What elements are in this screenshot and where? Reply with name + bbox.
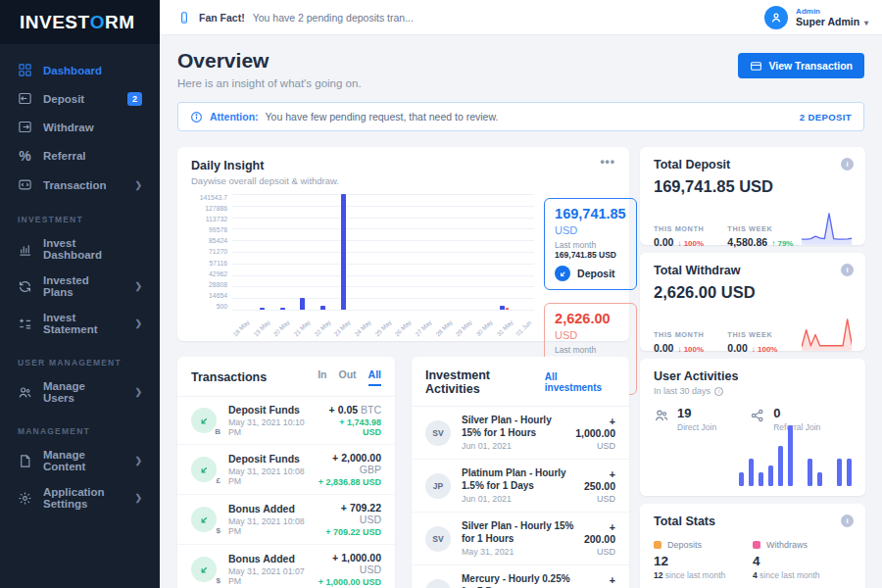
transaction-converted-amount: + 2,836.88 USD bbox=[314, 477, 381, 487]
daily-insight-title: Daily Insight bbox=[191, 159, 339, 172]
plan-title: Platinum Plan - Hourly 1.5% for 1 Days bbox=[462, 467, 578, 492]
transaction-row: B Deposit Funds May 31, 2021 10:10 PM + … bbox=[177, 397, 395, 445]
sidebar-item-manage-content[interactable]: Manage Content❯ bbox=[0, 442, 160, 479]
x-tick-label: 18 May bbox=[232, 313, 253, 332]
view-transaction-button[interactable]: View Transaction bbox=[738, 53, 864, 78]
bar-deposit bbox=[260, 308, 265, 310]
withdraw-currency: USD bbox=[555, 329, 577, 341]
this-month-label: THIS MONTH bbox=[654, 224, 727, 233]
bar-slot bbox=[433, 194, 454, 310]
chevron-right-icon: ❯ bbox=[134, 456, 142, 466]
more-options-icon[interactable]: ••• bbox=[600, 159, 615, 186]
arrow-down-left-icon bbox=[191, 507, 217, 532]
alert-deposit-badge[interactable]: 2 DEPOSIT bbox=[800, 112, 852, 122]
activity-bar bbox=[768, 466, 773, 486]
sidebar-item-withdraw[interactable]: Withdraw bbox=[0, 113, 160, 141]
deposit-summary-box: 169,741.85 USD Last month 169,741.85 USD… bbox=[544, 198, 637, 290]
this-week-value: 0.00 bbox=[727, 342, 747, 354]
sidebar-item-transaction[interactable]: Transaction❯ bbox=[0, 171, 160, 199]
referral-join-value: 0 bbox=[773, 406, 820, 420]
tab-in[interactable]: In bbox=[318, 368, 326, 386]
y-tick-label: 141543.7 bbox=[191, 194, 227, 201]
all-investments-link[interactable]: All investments bbox=[545, 371, 615, 393]
transactions-card: Transactions InOutAll B Deposit Funds Ma… bbox=[177, 357, 395, 588]
sidebar-item-manage-users[interactable]: Manage Users❯ bbox=[0, 373, 160, 411]
plan-date: May 31, 2021 bbox=[462, 547, 578, 557]
gridline bbox=[232, 310, 534, 311]
sidebar-item-dashboard[interactable]: Dashboard bbox=[0, 56, 160, 84]
transactions-title: Transactions bbox=[191, 370, 267, 384]
stat-label: Deposits bbox=[667, 540, 702, 550]
sidebar: INVESTORM DashboardDeposit2Withdraw%Refe… bbox=[0, 0, 160, 588]
x-tick-label: 27 May bbox=[415, 313, 435, 332]
bar-slot bbox=[393, 194, 414, 310]
sidebar-item-deposit[interactable]: Deposit2 bbox=[0, 84, 160, 113]
sidebar-item-application-settings[interactable]: Application Settings❯ bbox=[0, 479, 160, 516]
admin-role-label: Admin bbox=[796, 7, 868, 16]
sidebar-section-label: USER MANAGEMENT bbox=[0, 342, 160, 373]
topbar: Fan Fact! You have 2 pending deposits tr… bbox=[160, 0, 882, 35]
main-content: Overview Here is an insight of what's go… bbox=[160, 35, 882, 588]
tab-all[interactable]: All bbox=[368, 368, 381, 386]
tab-out[interactable]: Out bbox=[339, 368, 357, 386]
bar-slot bbox=[272, 194, 293, 310]
sidebar-item-label: Deposit bbox=[43, 93, 84, 105]
bar-slot bbox=[474, 194, 495, 310]
info-icon[interactable]: i bbox=[841, 264, 854, 276]
x-tick-label: 26 May bbox=[394, 313, 415, 332]
currency-symbol: $ bbox=[217, 526, 220, 535]
x-tick-label: 24 May bbox=[354, 313, 374, 332]
investment-row: JP Platinum Plan - Hourly 1.5% for 1 Day… bbox=[412, 460, 629, 513]
activity-bar bbox=[837, 459, 842, 486]
bar-slot bbox=[353, 194, 373, 310]
arrow-down-left-icon bbox=[555, 266, 570, 281]
this-month-value: 0.00 bbox=[654, 236, 673, 248]
currency-symbol: $ bbox=[217, 576, 220, 585]
transaction-icon bbox=[18, 177, 32, 192]
admin-name[interactable]: Super Admin ▾ bbox=[796, 16, 868, 27]
app-logo[interactable]: INVESTORM bbox=[0, 0, 160, 44]
plan-title: Silver Plan - Hourly 15% for 1 Hours bbox=[462, 415, 572, 439]
plan-avatar: SV bbox=[425, 526, 451, 552]
sidebar-item-label: Withdraw bbox=[43, 122, 94, 133]
logo-o: O bbox=[90, 12, 105, 33]
plan-currency: USD bbox=[578, 547, 615, 557]
cycle-icon bbox=[18, 279, 32, 294]
info-icon[interactable]: i bbox=[841, 514, 854, 527]
stat-value: 4 bbox=[753, 554, 852, 568]
user-menu[interactable]: Admin Super Admin ▾ bbox=[764, 6, 868, 29]
bar-slot bbox=[414, 194, 434, 310]
transaction-date: May 31, 2021 10:08 PM bbox=[228, 466, 314, 486]
statement-icon bbox=[18, 317, 32, 331]
sidebar-item-label: Invest Dashboard bbox=[43, 237, 131, 261]
avatar[interactable] bbox=[764, 6, 788, 29]
deposit-sparkline bbox=[802, 205, 852, 248]
bar-slot bbox=[333, 194, 354, 310]
y-tick-label: 500 bbox=[191, 303, 227, 310]
sidebar-item-label: Manage Content bbox=[43, 449, 113, 472]
attention-alert: Attention: You have few pending request,… bbox=[177, 102, 864, 131]
x-tick-label: 21 May bbox=[293, 313, 314, 332]
card-icon bbox=[750, 60, 762, 73]
sidebar-item-label: Application Settings bbox=[43, 486, 113, 510]
users-icon bbox=[18, 385, 32, 400]
total-deposit-title: Total Deposit bbox=[654, 158, 852, 172]
transaction-row: $ Bonus Added May 31, 2021 01:07 PM + 1,… bbox=[177, 545, 395, 588]
investment-row: SV Silver Plan - Hourly 15% for 1 Hours … bbox=[412, 513, 629, 565]
deposit-last-month-label: Last month bbox=[555, 240, 596, 250]
x-tick-label: 01 Jun bbox=[515, 313, 534, 332]
y-tick-label: 85424 bbox=[191, 237, 227, 244]
sidebar-item-referral[interactable]: %Referral bbox=[0, 141, 160, 171]
plan-avatar: SV bbox=[425, 420, 451, 446]
bar-withdraw bbox=[506, 308, 509, 310]
sidebar-item-invest-statement[interactable]: Invest Statement❯ bbox=[0, 305, 160, 342]
sidebar-section-label: INVESTMENT bbox=[0, 199, 160, 230]
x-tick-label: 29 May bbox=[455, 313, 475, 332]
info-icon[interactable]: i bbox=[714, 387, 723, 396]
transaction-amount: + 1,000.00 USD bbox=[314, 552, 381, 575]
sidebar-item-invested-plans[interactable]: Invested Plans❯ bbox=[0, 268, 160, 305]
transaction-row: $ Bonus Added May 31, 2021 10:08 PM + 70… bbox=[177, 495, 395, 545]
info-icon[interactable]: i bbox=[841, 158, 854, 171]
sidebar-item-invest-dashboard[interactable]: Invest Dashboard bbox=[0, 230, 160, 268]
bar-deposit bbox=[280, 308, 285, 310]
